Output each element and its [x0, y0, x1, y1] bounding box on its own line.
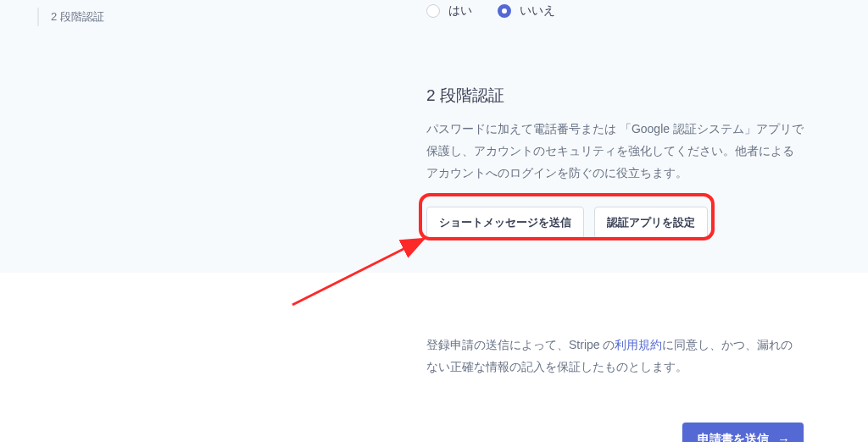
radio-no[interactable]: いいえ: [498, 3, 555, 19]
radio-yes[interactable]: はい: [426, 3, 472, 19]
send-sms-button[interactable]: ショートメッセージを送信: [426, 207, 584, 239]
arrow-right-icon: →: [777, 433, 790, 442]
radio-group: はい いいえ: [426, 3, 804, 19]
agreement-text: 登録申請の送信によって、Stripe の利用規約に同意し、かつ、漏れのない正確な…: [426, 334, 804, 378]
radio-circle-unselected: [426, 4, 440, 18]
radio-yes-label: はい: [448, 3, 472, 19]
two-factor-buttons: ショートメッセージを送信 認証アプリを設定: [426, 207, 708, 239]
agreement-pre: 登録申請の送信によって、Stripe の: [426, 338, 615, 351]
sidebar-item-2fa[interactable]: 2 段階認証: [37, 8, 104, 26]
submit-application-button[interactable]: 申請書を送信 →: [682, 423, 804, 442]
terms-link[interactable]: 利用規約: [615, 338, 662, 351]
section-description: パスワードに加えて電話番号または 「Google 認証システム」アプリで保護し、…: [426, 119, 804, 185]
sidebar-item-label: 2 段階認証: [51, 8, 104, 26]
setup-authenticator-button[interactable]: 認証アプリを設定: [594, 207, 708, 239]
sidebar-active-bar: [37, 8, 39, 26]
submit-button-label: 申請書を送信: [698, 432, 769, 442]
radio-no-label: いいえ: [520, 3, 555, 19]
radio-circle-selected: [498, 4, 511, 18]
section-heading-2fa: 2 段階認証: [426, 85, 804, 107]
